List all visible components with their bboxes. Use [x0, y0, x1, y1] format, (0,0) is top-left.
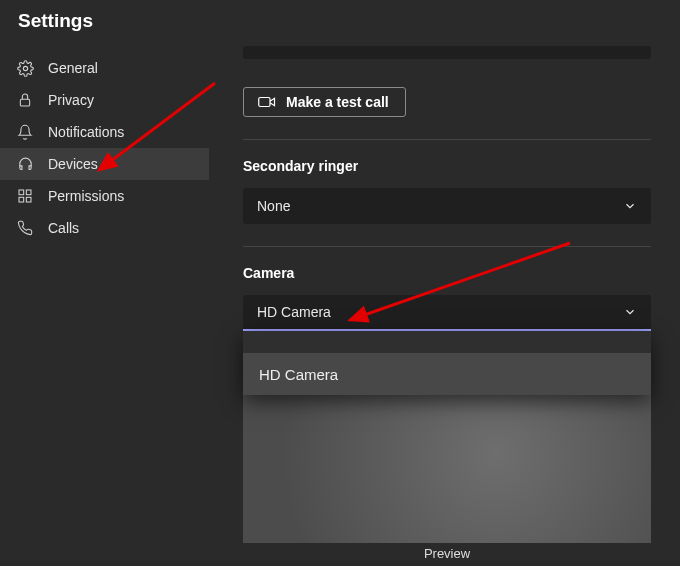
lock-icon [16, 91, 34, 109]
divider [243, 139, 651, 140]
svg-rect-6 [259, 98, 270, 107]
sidebar-item-calls[interactable]: Calls [0, 212, 209, 244]
sidebar-item-label: Devices [48, 156, 98, 172]
sidebar-item-label: Notifications [48, 124, 124, 140]
svg-point-0 [23, 66, 27, 70]
divider [243, 246, 651, 247]
button-label: Make a test call [286, 94, 389, 110]
bell-icon [16, 123, 34, 141]
video-call-icon [258, 95, 276, 109]
secondary-ringer-select[interactable]: None [243, 188, 651, 224]
chevron-down-icon [623, 199, 637, 213]
camera-preview [243, 395, 651, 543]
svg-rect-4 [19, 197, 24, 202]
svg-rect-3 [26, 190, 31, 195]
headset-icon [16, 155, 34, 173]
camera-label: Camera [243, 265, 660, 281]
sidebar-item-privacy[interactable]: Privacy [0, 84, 209, 116]
secondary-ringer-label: Secondary ringer [243, 158, 660, 174]
grid-icon [16, 187, 34, 205]
sidebar-item-general[interactable]: General [0, 52, 209, 84]
collapsed-section [243, 46, 651, 59]
sidebar-item-label: General [48, 60, 98, 76]
phone-icon [16, 219, 34, 237]
settings-content: Make a test call Secondary ringer None C… [209, 46, 680, 566]
svg-rect-5 [26, 197, 31, 202]
camera-select[interactable]: HD Camera [243, 295, 651, 331]
sidebar: General Privacy Notifications Devices [0, 46, 209, 566]
sidebar-item-label: Privacy [48, 92, 94, 108]
sidebar-item-label: Calls [48, 220, 79, 236]
camera-dropdown: HD Camera [243, 331, 651, 395]
preview-label: Preview [243, 543, 651, 561]
sidebar-item-label: Permissions [48, 188, 124, 204]
sidebar-item-devices[interactable]: Devices [0, 148, 209, 180]
test-call-button[interactable]: Make a test call [243, 87, 406, 117]
svg-rect-2 [19, 190, 24, 195]
sidebar-item-permissions[interactable]: Permissions [0, 180, 209, 212]
sidebar-item-notifications[interactable]: Notifications [0, 116, 209, 148]
select-value: None [257, 198, 290, 214]
camera-option[interactable]: HD Camera [243, 353, 651, 395]
svg-rect-1 [20, 99, 29, 106]
gear-icon [16, 59, 34, 77]
page-title: Settings [0, 0, 680, 46]
select-value: HD Camera [257, 304, 331, 320]
chevron-down-icon [623, 305, 637, 319]
